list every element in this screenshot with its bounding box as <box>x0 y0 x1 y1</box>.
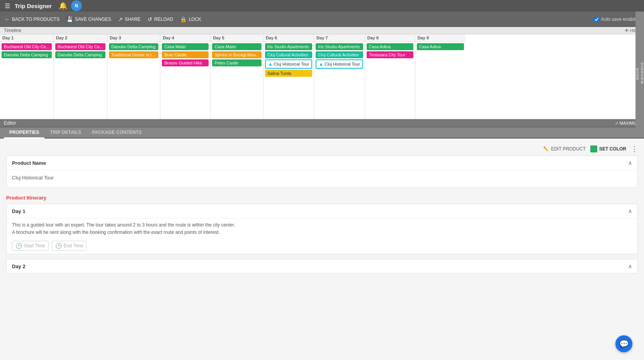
hamburger-icon[interactable]: ☰ <box>5 2 10 10</box>
event-pill[interactable]: Cluj Cultural Activities <box>265 51 312 58</box>
auto-save-wrapper: Auto save enabled <box>594 17 639 22</box>
editor-label: Editor <box>4 120 16 126</box>
day-header: Day 6 <box>263 34 314 42</box>
day-events: Iris Studio ApartmentsCluj Cultural Acti… <box>314 42 364 119</box>
day-column: Day 8Casa AdinaTimisoara City Tour <box>365 34 415 119</box>
day2-collapse-icon[interactable]: ∧ <box>628 263 632 269</box>
share-icon: ↗ <box>118 16 123 22</box>
event-pill[interactable]: ▲Cluj Historical Tour <box>316 59 363 69</box>
editor-toolbar: ✏️ EDIT PRODUCT SET COLOR ⋮ <box>0 142 644 155</box>
product-name-card-body: Cluj Historical Tour <box>7 170 637 188</box>
day-header: Day 1 <box>0 34 53 42</box>
more-options-button[interactable]: ⋮ <box>631 145 638 153</box>
editor-tab[interactable]: PROPERTIES <box>4 127 44 139</box>
save-changes-button[interactable]: 💾 SAVE CHANGES <box>66 16 111 22</box>
chat-bubble[interactable]: 💬 <box>615 335 632 352</box>
event-pill[interactable]: Iris Studio Apartments <box>316 43 363 50</box>
editor-tab[interactable]: PACKAGE CONTENTS <box>87 127 147 139</box>
event-pill[interactable]: Casa Matei <box>162 43 209 50</box>
event-pill[interactable]: Bran Castle <box>162 51 209 58</box>
event-pill[interactable]: Bucharest Old City Ce... <box>2 43 52 50</box>
day-events: Casa MateiBran CastleBrasov Guided Hike <box>160 42 210 119</box>
reload-icon: ↺ <box>148 16 152 22</box>
day2-card-header[interactable]: Day 2 ∧ <box>7 259 637 273</box>
product-name-label: Product Name <box>12 160 46 166</box>
start-time-placeholder: Start Time <box>24 243 45 248</box>
back-icon: ← <box>5 16 10 22</box>
app-title: Trip Designer <box>15 3 52 9</box>
day-header: Day 7 <box>314 34 364 42</box>
set-color-button[interactable]: SET COLOR <box>590 145 626 152</box>
editor-content: ✏️ EDIT PRODUCT SET COLOR ⋮ Product Name… <box>0 139 644 360</box>
day-events: Casa AdinaTimisoara City Tour <box>365 42 415 119</box>
editor-header: Editor ⤢ MAXIMIZE <box>0 119 644 127</box>
back-to-products-button[interactable]: ← BACK TO PRODUCTS <box>5 16 59 22</box>
product-name-card-header[interactable]: Product Name ∧ <box>7 156 637 170</box>
time-inputs: 🕐 Start Time 🕐 End Time <box>12 241 632 251</box>
day-column: Day 1Bucharest Old City Ce...Danube Delt… <box>0 34 54 119</box>
product-itinerary-label: Product Itinerary <box>6 193 638 204</box>
chat-icon: 💬 <box>619 339 629 348</box>
event-pill[interactable]: Timisoara City Tour <box>367 51 413 58</box>
toolbar: ← BACK TO PRODUCTS 💾 SAVE CHANGES ↗ SHAR… <box>0 12 644 27</box>
collapse-icon[interactable]: ∧ <box>628 160 632 166</box>
event-pill[interactable]: Brasov Guided Hike <box>162 59 209 66</box>
event-pill[interactable]: Casa Matei <box>212 43 262 50</box>
event-text: Cluj Historical Tour <box>325 62 360 66</box>
notification-icon[interactable]: 🔔 <box>59 2 67 10</box>
edit-product-button[interactable]: ✏️ EDIT PRODUCT <box>543 146 586 152</box>
overview-panel[interactable]: OVERVIEW SHOW <box>636 12 644 135</box>
event-pill[interactable]: Iris Studio Apartments <box>265 43 312 50</box>
day-header: Day 3 <box>107 34 160 42</box>
day-column: Day 7Iris Studio ApartmentsCluj Cultural… <box>314 34 365 119</box>
day-events: Danube Delta CampingTraditional Dinner i… <box>107 42 160 119</box>
day-column: Day 3Danube Delta CampingTraditional Din… <box>107 34 160 119</box>
timeline-header: Timeline 👁 HIDE <box>0 27 644 34</box>
reload-button[interactable]: ↺ RELOAD <box>148 16 173 22</box>
event-pill[interactable]: Danube Delta Camping <box>55 51 105 58</box>
day1-collapse-icon[interactable]: ∧ <box>628 208 632 214</box>
day-header: Day 5 <box>211 34 263 42</box>
lock-icon: 🔒 <box>180 16 187 22</box>
day-column: Day 5Casa MateiSphinx in Bucegi Mou...Pe… <box>211 34 263 119</box>
event-pill[interactable]: Sphinx in Bucegi Mou... <box>212 51 262 58</box>
lock-button[interactable]: 🔒 LOCK <box>180 16 201 22</box>
day-column: Day 2Bucharest Old City Ce...Danube Delt… <box>54 34 107 119</box>
event-pill[interactable]: Traditional Dinner in L... <box>109 51 158 58</box>
event-pill[interactable]: Bucharest Old City Ce... <box>55 43 105 50</box>
show-label: SHOW <box>636 68 639 80</box>
day2-title: Day 2 <box>12 264 25 269</box>
properties-panel: Product Name ∧ Cluj Historical Tour Prod… <box>0 155 644 274</box>
event-type-icon: ▲ <box>268 61 273 67</box>
top-right-actions: 🔔 N <box>59 0 82 11</box>
day1-description: This is a guided tour with an expert. Th… <box>12 221 632 236</box>
event-pill[interactable]: Cluj Cultural Activities <box>316 51 363 58</box>
end-time-input[interactable]: 🕐 End Time <box>52 241 87 251</box>
clock-icon: 🕐 <box>15 243 22 249</box>
user-avatar[interactable]: N <box>71 0 82 11</box>
day2-card: Day 2 ∧ <box>6 259 638 274</box>
event-pill[interactable]: Casa Adina <box>367 43 413 50</box>
day1-card-header[interactable]: Day 1 ∧ <box>7 204 637 218</box>
product-name-value: Cluj Historical Tour <box>12 173 632 182</box>
day-header: Day 8 <box>365 34 415 42</box>
auto-save-checkbox[interactable] <box>594 17 599 22</box>
editor-tab[interactable]: TRIP DETAILS <box>44 127 87 139</box>
event-pill[interactable]: Danube Delta Camping <box>2 51 52 58</box>
pencil-icon: ✏️ <box>543 146 549 152</box>
start-time-input[interactable]: 🕐 Start Time <box>12 241 49 251</box>
end-time-placeholder: End Time <box>64 243 83 248</box>
day-events: Bucharest Old City Ce...Danube Delta Cam… <box>54 42 107 119</box>
eye-icon: 👁 <box>625 28 629 33</box>
event-type-icon: ▲ <box>319 61 323 67</box>
day-header: Day 4 <box>160 34 210 42</box>
day1-title: Day 1 <box>12 208 25 214</box>
day-header: Day 9 <box>415 34 466 42</box>
event-pill[interactable]: Danube Delta Camping <box>109 43 158 50</box>
event-pill[interactable]: Peles Castle <box>212 59 262 66</box>
overview-label: OVERVIEW <box>640 63 644 84</box>
share-button[interactable]: ↗ SHARE <box>118 16 141 22</box>
event-pill[interactable]: ▲Cluj Historical Tour <box>265 59 312 69</box>
event-pill[interactable]: Salina Turda <box>265 70 312 77</box>
event-pill[interactable]: Casa Adina <box>417 43 464 50</box>
